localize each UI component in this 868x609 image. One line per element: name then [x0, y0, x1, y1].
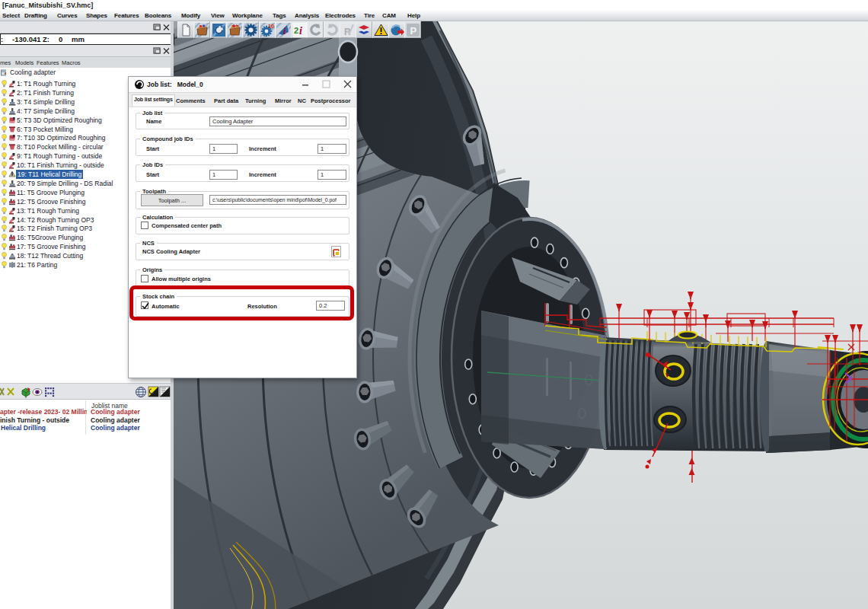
svg-text:Job list: Model_0: Job list: Model_0 [147, 81, 203, 88]
svg-text:i: i [299, 25, 302, 37]
svg-text:P: P [410, 25, 417, 37]
svg-text:2: 2 [294, 26, 298, 35]
svg-text:i: i [283, 25, 286, 37]
svg-text:10: 10 [268, 24, 274, 29]
